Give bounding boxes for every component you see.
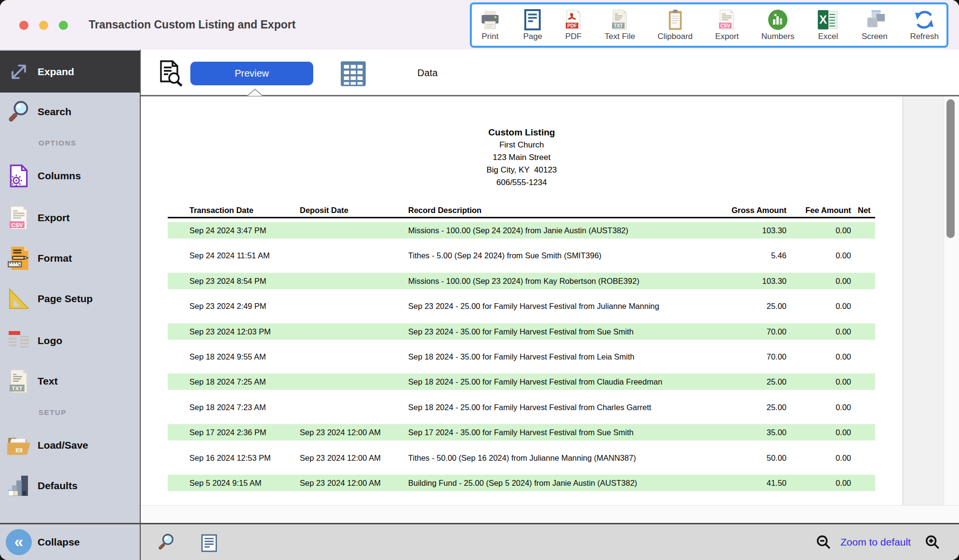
sidebar-item-load-save[interactable]: Load/Save: [0, 425, 140, 466]
table-row[interactable]: Sep 24 2024 11:51 AMTithes - 5.00 (Sep 2…: [168, 247, 875, 264]
screen-button[interactable]: Screen: [862, 9, 888, 41]
zoom-out-icon[interactable]: [815, 534, 832, 553]
page-button[interactable]: Page: [523, 9, 543, 41]
sidebar-item-text[interactable]: TXT Text: [0, 361, 140, 401]
data-tab-icon[interactable]: [340, 60, 367, 89]
cell-record-description: Sep 23 2024 - 25.00 for Family Harvest F…: [408, 298, 659, 314]
zoom-window-icon[interactable]: [59, 21, 68, 30]
search-preview-button[interactable]: [157, 533, 176, 554]
numbers-icon: [767, 9, 788, 30]
cell-record-description: Missions - 100.00 (Sep 23 2024) from Kay…: [408, 273, 639, 289]
cell-fee-amount: 0.00: [836, 399, 851, 415]
sidebar-item-logo[interactable]: Logo: [0, 320, 140, 361]
table-row[interactable]: Sep 5 2024 9:15 AMSep 23 2024 12:00 AMBu…: [168, 475, 875, 491]
format-icon: [0, 246, 38, 271]
folder-icon: [0, 434, 38, 456]
page-icon: [524, 9, 541, 30]
export-csv-button[interactable]: CSV Export: [715, 9, 739, 41]
svg-text:TXT: TXT: [12, 385, 23, 392]
sidebar-section-setup: SETUP: [39, 408, 67, 416]
svg-text:TXT: TXT: [614, 23, 623, 28]
zoom-to-default-link[interactable]: Zoom to default: [840, 524, 911, 560]
numbers-button[interactable]: Numbers: [761, 9, 795, 41]
tab-bar: Preview Data: [141, 50, 959, 95]
text-file-icon: TXT: [0, 369, 38, 394]
cell-fee-amount: 0.00: [836, 450, 851, 466]
sidebar-section-options: OPTIONS: [39, 139, 77, 147]
cell-transaction-date: Sep 24 2024 11:51 AM: [189, 247, 270, 264]
cell-record-description: Tithes - 5.00 (Sep 24 2024) from Sue Smi…: [408, 247, 601, 264]
cell-deposit-date: Sep 9 2024 12:00 AM: [300, 500, 376, 505]
app-window: Transaction Custom Listing and Export Pr…: [0, 0, 959, 560]
sidebar-item-export[interactable]: CSV Export: [0, 198, 140, 238]
text-file-button[interactable]: TXT Text File: [605, 9, 635, 41]
expand-icon: [0, 59, 38, 84]
cell-record-description: Missions - 100.00 (Sep 24 2024) from Jan…: [408, 222, 628, 239]
print-button[interactable]: Print: [480, 9, 501, 41]
vertical-scrollbar-thumb[interactable]: [946, 99, 955, 238]
table-row[interactable]: Sep 24 2024 3:47 PMMissions - 100.00 (Se…: [168, 222, 875, 239]
refresh-button[interactable]: Refresh: [910, 9, 939, 41]
table-row[interactable]: Sep 16 2024 12:53 PMSep 23 2024 12:00 AM…: [168, 450, 875, 466]
sidebar-item-collapse[interactable]: « Collapse: [0, 522, 140, 560]
tab-preview[interactable]: Preview: [190, 62, 313, 85]
sidebar: Expand Search OPTIONS Columns CSV Export: [0, 50, 141, 560]
window-title: Transaction Custom Listing and Export: [89, 0, 295, 50]
table-row[interactable]: Sep 23 2024 2:49 PMSep 23 2024 - 25.00 f…: [168, 298, 875, 314]
cell-record-description: Building Fund - 25.00 (Sep 5 2024) from …: [408, 500, 637, 505]
pdf-button[interactable]: PDF PDF: [565, 9, 582, 41]
table-row[interactable]: Sep 18 2024 9:55 AMSep 18 2024 - 35.00 f…: [168, 348, 875, 365]
report-preview: Custom Listing First Church 123 Main Str…: [141, 96, 959, 505]
cell-record-description: Tithes - 50.00 (Sep 16 2024) from Julian…: [408, 450, 636, 466]
sidebar-item-defaults[interactable]: Defaults: [0, 466, 140, 506]
svg-text:CSV: CSV: [720, 23, 731, 28]
cell-fee-amount: 0.00: [836, 348, 851, 365]
svg-text:X: X: [819, 13, 827, 26]
cell-fee-amount: 0.00: [836, 222, 851, 239]
table-row[interactable]: Sep 5 2024 9:09 AMSep 9 2024 12:00 AMBui…: [168, 500, 875, 505]
table-row[interactable]: Sep 23 2024 8:54 PMMissions - 100.00 (Se…: [168, 273, 875, 289]
cell-transaction-date: Sep 5 2024 9:15 AM: [189, 475, 262, 491]
cell-deposit-date: Sep 23 2024 12:00 AM: [300, 475, 381, 491]
export-toolbar: Print Page PDF PDF TXT Text File Clipboa…: [470, 2, 948, 48]
cell-gross-amount: 50.00: [767, 450, 786, 466]
sidebar-item-expand[interactable]: Expand: [0, 51, 140, 93]
table-row[interactable]: Sep 18 2024 7:23 AMSep 18 2024 - 25.00 f…: [168, 399, 875, 415]
excel-icon: X: [817, 9, 839, 30]
excel-button[interactable]: X Excel: [817, 9, 839, 41]
col-net: Net: [858, 206, 871, 215]
csv-file-icon: CSV: [0, 205, 38, 230]
status-bar: Zoom to default: [141, 524, 959, 560]
cell-record-description: Sep 18 2024 - 25.00 for Family Harvest F…: [408, 399, 651, 415]
table-row[interactable]: Sep 18 2024 7:25 AMSep 18 2024 - 25.00 f…: [168, 373, 875, 390]
preview-tab-icon: [156, 59, 184, 89]
page-view-button[interactable]: [201, 534, 217, 554]
logo-icon: [0, 330, 38, 351]
minimize-window-icon[interactable]: [39, 21, 48, 30]
sidebar-item-format[interactable]: Format: [0, 238, 140, 279]
cell-gross-amount: 25.00: [767, 373, 786, 390]
cell-deposit-date: Sep 23 2024 12:00 AM: [300, 424, 381, 440]
search-icon: [0, 99, 38, 124]
zoom-in-icon[interactable]: [924, 534, 941, 553]
cell-transaction-date: Sep 23 2024 12:03 PM: [189, 323, 271, 340]
cell-transaction-date: Sep 23 2024 8:54 PM: [189, 273, 266, 289]
sidebar-item-search[interactable]: Search: [0, 92, 140, 132]
pdf-icon: PDF: [565, 9, 582, 30]
cell-gross-amount: 41.50: [767, 475, 786, 491]
table-row[interactable]: Sep 17 2024 2:36 PMSep 23 2024 12:00 AMS…: [168, 424, 875, 440]
cell-transaction-date: Sep 18 2024 7:23 AM: [189, 399, 266, 415]
tab-data[interactable]: Data: [417, 67, 438, 79]
clipboard-button[interactable]: Clipboard: [658, 9, 693, 41]
horizontal-scrollbar-track[interactable]: [141, 505, 959, 523]
org-phone: 606/555-1234: [141, 176, 903, 189]
sidebar-item-page-setup[interactable]: Page Setup: [0, 279, 140, 319]
cell-gross-amount: 36.06: [767, 500, 786, 505]
page-setup-icon: [0, 287, 38, 311]
close-window-icon[interactable]: [19, 21, 28, 30]
sidebar-item-columns[interactable]: Columns: [0, 156, 140, 196]
cell-gross-amount: 25.00: [767, 298, 786, 314]
cell-record-description: Sep 23 2024 - 35.00 for Family Harvest F…: [408, 323, 634, 340]
table-row[interactable]: Sep 23 2024 12:03 PMSep 23 2024 - 35.00 …: [168, 323, 875, 340]
org-name: First Church: [141, 139, 903, 151]
